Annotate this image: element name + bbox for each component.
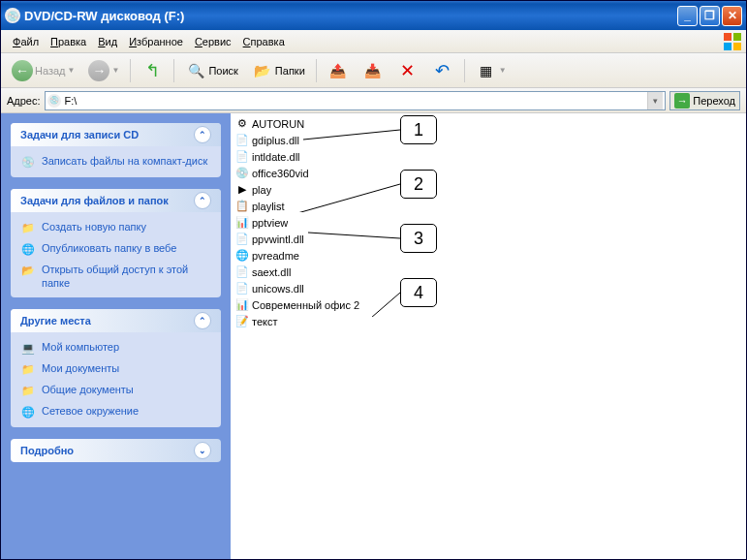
chevron-down-icon: ⌄ <box>194 442 211 459</box>
window-title: DVD/CD-RW дисковод (F:) <box>24 9 677 23</box>
file-icon: 📄 <box>234 133 250 148</box>
menu-tools[interactable]: Сервис <box>189 34 237 49</box>
file-name: gdiplus.dll <box>252 135 299 146</box>
file-name: Современный офис 2 <box>252 299 359 311</box>
menu-favorites[interactable]: Избранное <box>123 34 189 49</box>
menu-view[interactable]: Вид <box>92 34 123 49</box>
task-link[interactable]: 📂Открыть общий доступ к этой папке <box>20 263 211 290</box>
folders-button[interactable]: 📂Папки <box>247 57 310 84</box>
file-item[interactable]: 📄unicows.dll <box>233 280 744 296</box>
task-icon: 📁 <box>20 220 36 235</box>
panel-header[interactable]: Другие места⌃ <box>11 309 221 332</box>
file-name: saext.dll <box>252 266 291 278</box>
search-button[interactable]: 🔍Поиск <box>180 57 242 84</box>
file-name: pvreadme <box>252 250 299 262</box>
panel-details: Подробно⌄ <box>11 439 221 462</box>
address-dropdown[interactable]: ▾ <box>647 92 663 109</box>
close-button[interactable]: ✕ <box>722 6 742 26</box>
menu-help[interactable]: Справка <box>237 34 291 49</box>
up-button[interactable]: ↰ <box>137 57 168 84</box>
address-input[interactable]: 💿 F:\ ▾ <box>45 91 667 110</box>
panel-header[interactable]: Задачи для файлов и папок⌃ <box>11 189 221 212</box>
file-name: play <box>252 184 271 196</box>
chevron-up-icon: ⌃ <box>194 312 211 329</box>
file-icon: ▶ <box>234 182 250 198</box>
task-link[interactable]: 📁Создать новую папку <box>20 220 211 235</box>
task-link[interactable]: 🌐Сетевое окружение <box>20 404 211 420</box>
task-link[interactable]: 🌐Опубликовать папку в вебе <box>20 241 211 257</box>
chevron-down-icon: ▼ <box>68 66 76 75</box>
annotation-callout: 1 <box>400 115 437 144</box>
file-icon: 📝 <box>234 314 250 329</box>
file-name: playlist <box>252 201 285 212</box>
file-icon: 📄 <box>234 232 250 247</box>
task-pane: Задачи для записи CD⌃ 💿Записать файлы на… <box>1 113 231 559</box>
annotation-callout: 2 <box>400 170 437 199</box>
file-name: AUTORUN <box>252 118 304 130</box>
annotation-callout: 4 <box>400 278 437 307</box>
panel-header[interactable]: Подробно⌄ <box>11 439 221 462</box>
svg-line-6 <box>308 233 400 238</box>
undo-button[interactable]: ↶ <box>427 57 458 84</box>
undo-icon: ↶ <box>432 60 453 81</box>
file-item[interactable]: 📝текст <box>233 313 744 329</box>
folder-up-icon: ↰ <box>141 60 163 81</box>
chevron-down-icon: ▼ <box>499 66 507 75</box>
task-label: Открыть общий доступ к этой папке <box>42 263 211 290</box>
task-label: Мой компьютер <box>42 340 119 354</box>
task-link[interactable]: 📁Мои документы <box>20 361 211 377</box>
go-button[interactable]: → Переход <box>669 91 740 110</box>
panel-header[interactable]: Задачи для записи CD⌃ <box>11 123 221 146</box>
chevron-up-icon: ⌃ <box>194 126 211 143</box>
task-link[interactable]: 💿Записать файлы на компакт-диск <box>20 154 211 170</box>
task-icon: 📁 <box>20 383 36 398</box>
task-label: Сетевое окружение <box>42 404 139 418</box>
views-icon: ▦ <box>476 60 497 81</box>
task-label: Общие документы <box>42 383 134 396</box>
task-label: Мои документы <box>42 361 119 375</box>
toolbar: ← Назад ▼ → ▼ ↰ 🔍Поиск 📂Папки 📤 📥 ✕ ↶ ▦▼ <box>1 53 746 88</box>
back-arrow-icon: ← <box>12 60 33 81</box>
delete-button[interactable]: ✕ <box>392 57 423 84</box>
svg-rect-2 <box>724 43 731 50</box>
menu-file[interactable]: Файл <box>7 34 45 49</box>
task-icon: 📂 <box>20 263 36 278</box>
drive-icon: 💿 <box>47 94 61 108</box>
views-button[interactable]: ▦▼ <box>471 57 512 84</box>
back-button[interactable]: ← Назад ▼ <box>7 57 79 84</box>
copy-to-button[interactable]: 📥 <box>358 57 389 84</box>
file-item[interactable]: 📊Современный офис 2 <box>233 296 744 313</box>
maximize-button[interactable]: ❐ <box>700 6 720 26</box>
svg-rect-1 <box>733 33 741 41</box>
svg-rect-3 <box>733 43 741 50</box>
file-icon: ⚙ <box>234 116 250 132</box>
delete-icon: ✕ <box>397 60 419 81</box>
file-name: intldate.dll <box>252 151 300 163</box>
file-icon: 📊 <box>234 215 250 231</box>
file-icon: 📋 <box>234 199 250 214</box>
task-link[interactable]: 📁Общие документы <box>20 383 211 398</box>
task-icon: 💿 <box>20 154 36 170</box>
svg-rect-0 <box>724 33 731 41</box>
panel-other-places: Другие места⌃ 💻Мой компьютер📁Мои докумен… <box>11 309 221 427</box>
file-name: pptview <box>252 217 288 229</box>
minimize-button[interactable]: _ <box>677 6 698 26</box>
panel-file-tasks: Задачи для файлов и папок⌃ 📁Создать нову… <box>11 189 221 297</box>
move-to-button[interactable]: 📤 <box>323 57 354 84</box>
task-icon: 🌐 <box>20 241 36 257</box>
title-bar: 💿 DVD/CD-RW дисковод (F:) _ ❐ ✕ <box>1 1 746 30</box>
file-icon: 📄 <box>234 281 250 296</box>
file-name: текст <box>252 316 278 327</box>
copy-icon: 📥 <box>362 60 384 81</box>
file-list[interactable]: ⚙AUTORUN📄gdiplus.dll📄intldate.dll💿office… <box>231 113 746 559</box>
menu-edit[interactable]: Правка <box>45 34 92 49</box>
forward-arrow-icon: → <box>88 60 109 81</box>
task-icon: 🌐 <box>20 404 36 420</box>
file-item[interactable]: 📄saext.dll <box>233 264 744 280</box>
svg-line-7 <box>371 293 400 317</box>
svg-line-5 <box>284 184 400 212</box>
file-name: ppvwintl.dll <box>252 233 304 245</box>
task-icon: 📁 <box>20 361 36 377</box>
forward-button[interactable]: → ▼ <box>83 57 124 84</box>
task-link[interactable]: 💻Мой компьютер <box>20 340 211 356</box>
